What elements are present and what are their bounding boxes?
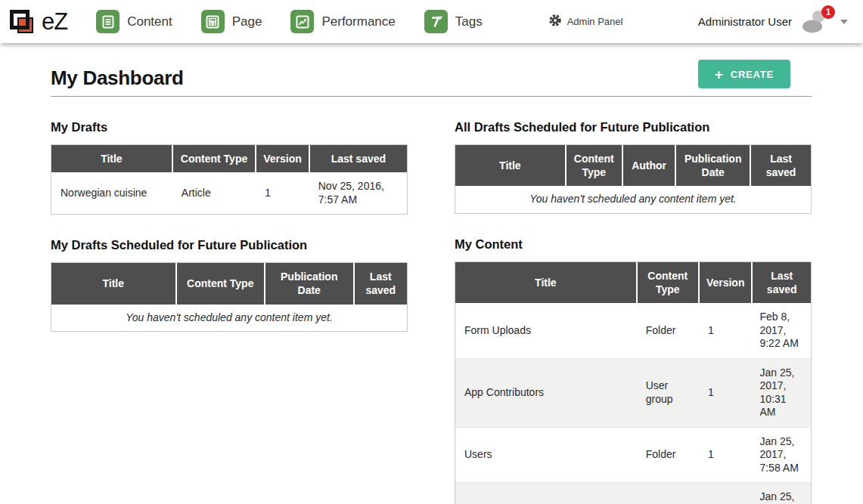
column-header: Content Type	[172, 145, 256, 172]
column-header: Title	[51, 263, 176, 304]
page-icon	[201, 10, 225, 33]
column-header: Title	[51, 145, 172, 172]
table-cell: 1	[256, 172, 309, 214]
table-cell: Nov 25, 2016, 7:57 AM	[309, 172, 407, 214]
table-row[interactable]: AppFolder1Jan 25, 2017, 7:55 AM	[455, 483, 811, 504]
table-cell: User group	[637, 358, 699, 427]
table-cell: App	[455, 483, 637, 504]
my-scheduled-table: TitleContent TypePublication DateLast sa…	[51, 262, 408, 332]
main-nav: Content Page Performance Tags	[96, 10, 483, 33]
table-row[interactable]: Form UploadsFolder1Feb 8, 2017, 9:22 AM	[455, 303, 811, 358]
column-header: Content Type	[176, 263, 265, 304]
content-icon	[96, 10, 120, 33]
performance-icon	[290, 10, 314, 33]
ez-logo[interactable]: eZ	[9, 8, 67, 36]
section-title-my-content: My Content	[455, 237, 812, 252]
empty-row: You haven't scheduled any content item y…	[51, 305, 407, 332]
header-row: TitleContent TypePublication DateLast sa…	[51, 263, 407, 304]
table-cell: 1	[699, 303, 753, 358]
table-cell: 1	[699, 427, 753, 483]
table-cell: Folder	[637, 303, 699, 358]
admin-panel-label: Admin Panel	[567, 16, 623, 27]
section-title-my-drafts: My Drafts	[51, 120, 408, 135]
column-header: Publication Date	[265, 263, 354, 304]
page-title: My Dashboard	[51, 66, 184, 90]
table-row[interactable]: UsersFolder1Jan 25, 2017, 7:58 AM	[455, 427, 811, 483]
table-cell: Form Uploads	[455, 303, 637, 358]
ez-logo-icon	[9, 9, 35, 35]
column-header: Content Type	[637, 262, 699, 303]
column-header: Content Type	[566, 145, 622, 186]
user-area: Administrator User 1	[698, 10, 848, 33]
section-my-drafts: My Drafts TitleContent TypeVersionLast s…	[51, 120, 408, 215]
gear-icon	[549, 14, 561, 29]
table-cell: Users	[455, 427, 637, 483]
header-row: TitleContent TypeAuthorPublication DateL…	[455, 145, 811, 186]
dashboard-page: My Dashboard + CREATE My Drafts TitleCon…	[0, 60, 863, 504]
column-header: Title	[455, 145, 566, 186]
create-button-label: CREATE	[731, 69, 774, 80]
table-cell: Jan 25, 2017, 7:58 AM	[752, 427, 811, 483]
table-row[interactable]: Norwegian cuisineArticle1Nov 25, 2016, 7…	[51, 172, 407, 214]
user-name: Administrator User	[698, 15, 792, 28]
table-cell: Norwegian cuisine	[51, 172, 172, 214]
column-header: Publication Date	[675, 145, 750, 186]
empty-message: You haven't scheduled any content item y…	[51, 305, 407, 332]
table-cell: 1	[699, 483, 753, 504]
table-cell: Folder	[637, 483, 699, 504]
table-cell: 1	[699, 358, 753, 427]
section-all-scheduled: All Drafts Scheduled for Future Publicat…	[455, 120, 812, 214]
header-row: TitleContent TypeVersionLast saved	[51, 145, 407, 172]
chevron-down-icon[interactable]	[840, 20, 848, 24]
column-header: Last saved	[750, 145, 811, 186]
table-cell: Jan 25, 2017, 10:31 AM	[752, 358, 811, 427]
section-my-scheduled: My Drafts Scheduled for Future Publicati…	[51, 238, 408, 332]
plus-icon: +	[715, 67, 724, 82]
table-cell: App Contributors	[455, 358, 637, 427]
table-cell: Folder	[637, 427, 699, 483]
table-row[interactable]: App ContributorsUser group1Jan 25, 2017,…	[455, 358, 811, 427]
section-title-my-scheduled: My Drafts Scheduled for Future Publicati…	[51, 238, 408, 252]
nav-label-performance: Performance	[321, 14, 395, 29]
header-row: TitleContent TypeVersionLast saved	[455, 262, 811, 303]
dashboard-grid: My Drafts TitleContent TypeVersionLast s…	[51, 97, 812, 504]
logo-text: eZ	[42, 8, 67, 36]
nav-label-tags: Tags	[455, 14, 483, 29]
section-my-content: My Content TitleContent TypeVersionLast …	[455, 237, 812, 504]
nav-item-tags[interactable]: Tags	[424, 10, 483, 33]
column-header: Last saved	[354, 263, 408, 304]
my-drafts-table: TitleContent TypeVersionLast savedNorweg…	[51, 144, 408, 215]
table-cell: Article	[172, 172, 256, 214]
column-header: Last saved	[752, 262, 811, 303]
logo-black-square	[10, 10, 29, 29]
column-header: Title	[455, 262, 637, 303]
topbar: eZ Content Page Performance Tags	[0, 0, 863, 43]
create-button[interactable]: + CREATE	[698, 60, 790, 88]
page-head: My Dashboard + CREATE	[51, 60, 812, 97]
column-header: Version	[256, 145, 309, 172]
section-title-all-scheduled: All Drafts Scheduled for Future Publicat…	[455, 120, 812, 135]
left-column: My Drafts TitleContent TypeVersionLast s…	[51, 97, 408, 504]
nav-label-content: Content	[127, 14, 172, 29]
nav-item-content[interactable]: Content	[96, 10, 172, 33]
nav-label-page: Page	[232, 14, 262, 29]
empty-row: You haven't scheduled any content item y…	[455, 186, 811, 213]
right-column: All Drafts Scheduled for Future Publicat…	[455, 97, 812, 504]
user-menu[interactable]: 1	[801, 10, 830, 33]
table-cell: Jan 25, 2017, 7:55 AM	[752, 483, 811, 504]
tags-icon	[424, 10, 448, 33]
nav-item-page[interactable]: Page	[201, 10, 262, 33]
column-header: Author	[622, 145, 676, 186]
notification-badge[interactable]: 1	[821, 5, 835, 19]
admin-panel-button[interactable]: Admin Panel	[549, 14, 623, 29]
column-header: Last saved	[309, 145, 407, 172]
my-content-table: TitleContent TypeVersionLast savedForm U…	[455, 261, 812, 504]
column-header: Version	[699, 262, 753, 303]
all-scheduled-table: TitleContent TypeAuthorPublication DateL…	[455, 144, 812, 214]
table-cell: Feb 8, 2017, 9:22 AM	[752, 303, 811, 358]
nav-item-performance[interactable]: Performance	[290, 10, 395, 33]
empty-message: You haven't scheduled any content item y…	[455, 186, 811, 213]
